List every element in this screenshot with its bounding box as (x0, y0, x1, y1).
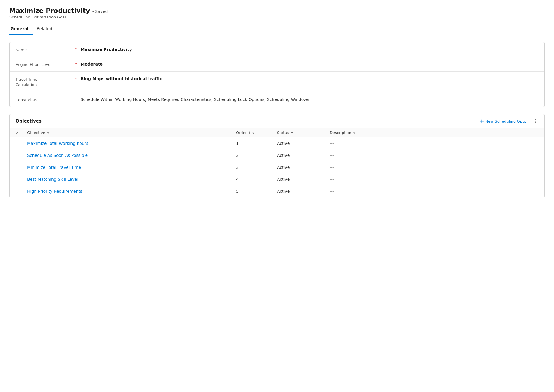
required-star-travel: * (75, 76, 77, 81)
form-row-constraints: Constraints * Schedule Within Working Ho… (10, 92, 544, 107)
new-button-label: New Scheduling Opti... (485, 119, 529, 123)
row-status-1: Active (277, 153, 330, 158)
status-chevron-icon: ∨ (291, 131, 293, 134)
row-description-2: --- (330, 165, 538, 170)
form-row-engine-effort: Engine Effort Level * Moderate (10, 57, 544, 72)
row-status-3: Active (277, 177, 330, 182)
table-row[interactable]: High Priority Requirements 5 Active --- (10, 185, 544, 197)
form-container: Name * Maximize Productivity Engine Effo… (9, 42, 545, 107)
row-objective-0[interactable]: Maximize Total Working hours (27, 141, 236, 146)
th-order-label: Order (236, 130, 247, 135)
more-options-button[interactable]: ⋮ (533, 118, 538, 124)
th-status-label: Status (277, 130, 289, 135)
th-objective-label: Objective (27, 130, 45, 135)
table-row[interactable]: Best Matching Skill Level 4 Active --- (10, 173, 544, 185)
value-constraints: Schedule Within Working Hours, Meets Req… (81, 97, 539, 102)
row-description-1: --- (330, 153, 538, 158)
row-order-4: 5 (236, 189, 277, 194)
row-objective-4[interactable]: High Priority Requirements (27, 189, 236, 194)
desc-chevron-icon: ∨ (353, 131, 355, 134)
form-row-name: Name * Maximize Productivity (10, 42, 544, 57)
new-scheduling-button[interactable]: + New Scheduling Opti... (480, 118, 529, 124)
table-row[interactable]: Schedule As Soon As Possible 2 Active --… (10, 149, 544, 161)
label-travel-time: Travel TimeCalculation (16, 76, 74, 87)
objectives-title: Objectives (16, 118, 42, 124)
row-objective-2[interactable]: Minimize Total Travel Time (27, 165, 236, 170)
th-description[interactable]: Description ∨ (330, 130, 538, 135)
title-text: Maximize Productivity (9, 7, 90, 14)
objectives-section: Objectives + New Scheduling Opti... ⋮ ✓ … (9, 114, 545, 197)
order-chevron-icon: ∨ (252, 131, 254, 134)
row-status-2: Active (277, 165, 330, 170)
row-order-0: 1 (236, 141, 277, 146)
form-row-travel-time: Travel TimeCalculation * Bing Maps witho… (10, 72, 544, 92)
saved-label: - Saved (92, 9, 108, 14)
page-subtitle: Scheduling Optimization Goal (9, 15, 545, 19)
value-name: Maximize Productivity (81, 47, 539, 52)
row-description-3: --- (330, 177, 538, 182)
chevron-down-icon: ∨ (47, 131, 49, 134)
row-order-2: 3 (236, 165, 277, 170)
label-name: Name (16, 47, 74, 52)
row-description-0: --- (330, 141, 538, 146)
tab-general[interactable]: General (9, 24, 33, 35)
value-travel-time: Bing Maps without historical traffic (81, 76, 539, 81)
sort-asc-icon: ↑ (248, 131, 250, 134)
table-row[interactable]: Minimize Total Travel Time 3 Active --- (10, 161, 544, 173)
value-engine-effort: Moderate (81, 62, 539, 66)
table-header: ✓ Objective ∨ Order ↑ ∨ Status ∨ Descrip… (10, 128, 544, 137)
row-objective-1[interactable]: Schedule As Soon As Possible (27, 153, 236, 158)
page-header: Maximize Productivity - Saved Scheduling… (9, 7, 545, 19)
row-status-0: Active (277, 141, 330, 146)
row-description-4: --- (330, 189, 538, 194)
label-engine-effort: Engine Effort Level (16, 62, 74, 67)
plus-icon: + (480, 118, 484, 124)
row-status-4: Active (277, 189, 330, 194)
objectives-header: Objectives + New Scheduling Opti... ⋮ (10, 114, 544, 128)
required-star-engine: * (75, 62, 77, 66)
row-order-3: 4 (236, 177, 277, 182)
table-row[interactable]: Maximize Total Working hours 1 Active --… (10, 137, 544, 149)
page-title: Maximize Productivity - Saved (9, 7, 545, 14)
th-objective[interactable]: Objective ∨ (27, 130, 236, 135)
th-order[interactable]: Order ↑ ∨ (236, 130, 277, 135)
tab-related[interactable]: Related (36, 24, 57, 35)
objectives-actions: + New Scheduling Opti... ⋮ (480, 118, 538, 124)
checkmark-icon: ✓ (16, 130, 19, 135)
label-constraints: Constraints (16, 97, 74, 102)
th-status[interactable]: Status ∨ (277, 130, 330, 135)
th-check[interactable]: ✓ (16, 130, 27, 135)
th-description-label: Description (330, 130, 351, 135)
row-order-1: 2 (236, 153, 277, 158)
tab-bar: General Related (9, 24, 545, 35)
table-body: Maximize Total Working hours 1 Active --… (10, 137, 544, 197)
row-objective-3[interactable]: Best Matching Skill Level (27, 177, 236, 182)
required-star-name: * (75, 47, 77, 51)
